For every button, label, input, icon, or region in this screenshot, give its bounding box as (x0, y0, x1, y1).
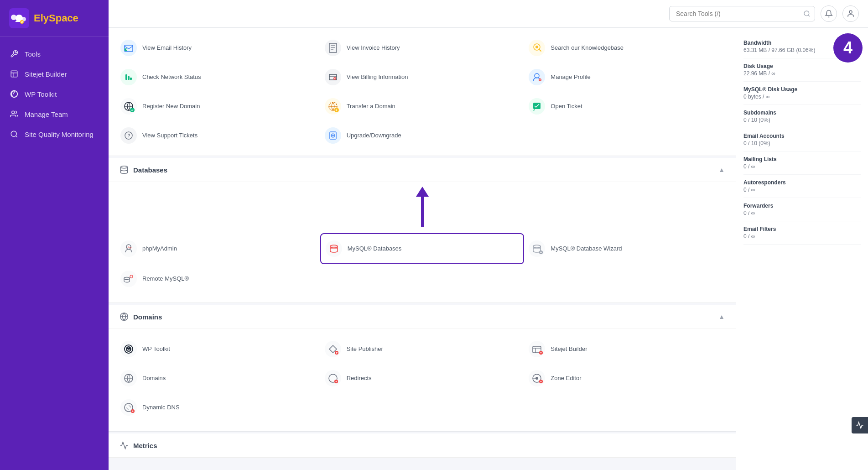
register-domain-icon (120, 97, 138, 115)
sidebar-item-manage-team[interactable]: Manage Team (0, 104, 109, 124)
arrow-shaft (421, 197, 424, 227)
right-panel: 4 Bandwidth 63.31 MB / 97.66 GB (0.06%) … (736, 28, 868, 470)
invoice-history-icon (324, 39, 342, 57)
mysql-wizard-label: MySQL® Database Wizard (551, 245, 622, 253)
svg-point-57 (120, 240, 137, 257)
tool-knowledgebase[interactable]: Search our Knowledgebase (524, 33, 728, 63)
mailing-lists-value: 0 / ∞ (743, 163, 861, 170)
databases-section-header[interactable]: Databases ▲ (109, 158, 736, 182)
tool-network-status[interactable]: Check Network Status (116, 63, 320, 92)
header (109, 0, 868, 28)
register-domain-label: Register New Domain (142, 103, 200, 110)
domains-section: Domains ▲ WP Toolkit (109, 305, 736, 432)
tool-email-history[interactable]: View Email History (116, 33, 320, 63)
mysql-wizard-icon (528, 240, 546, 258)
svg-text:+: + (335, 109, 337, 112)
svg-rect-4 (11, 71, 17, 77)
svg-point-94 (325, 370, 341, 386)
transfer-domain-icon: + (324, 97, 342, 115)
sidebar-item-wp-toolkit[interactable]: WP Toolkit (0, 84, 109, 104)
logo-text: ElySpace (34, 12, 78, 24)
wp-toolkit-d-icon (120, 340, 138, 358)
tool-wp-toolkit-d[interactable]: WP Toolkit (116, 334, 320, 364)
search-input[interactable] (669, 6, 815, 21)
stat-email-filters: Email Filters 0 / ∞ (743, 221, 861, 245)
quality-icon (9, 130, 19, 138)
sidebar-item-sitejet[interactable]: Sitejet Builder (0, 64, 109, 84)
billing-info-icon (324, 68, 342, 86)
domains-chevron: ▲ (718, 313, 725, 320)
billing-info-label: View Billing Information (347, 73, 408, 81)
svg-text:php: php (127, 246, 132, 249)
svg-rect-23 (125, 74, 127, 80)
svg-point-84 (529, 341, 545, 357)
tool-manage-profile[interactable]: Manage Profile (524, 63, 728, 92)
stat-autoresponders: Autoresponders 0 / ∞ (743, 175, 861, 198)
mailing-lists-label: Mailing Lists (743, 156, 861, 162)
invoice-history-label: View Invoice History (347, 44, 400, 52)
tool-remote-mysql[interactable]: Remote MySQL® (116, 264, 320, 293)
logo[interactable]: ⚙ ElySpace (0, 0, 109, 37)
sitejet-d-label: Sitejet Builder (551, 345, 587, 353)
tool-billing-info[interactable]: View Billing Information (320, 63, 525, 92)
tool-dynamic-dns[interactable]: Dynamic DNS (116, 393, 320, 422)
badge-number: 4 (833, 33, 863, 63)
tool-register-domain[interactable]: Register New Domain (116, 92, 320, 121)
subdomains-value: 0 / 10 (0%) (743, 117, 861, 123)
support-tickets-icon: ? (120, 126, 138, 145)
remote-mysql-label: Remote MySQL® (142, 275, 189, 283)
tool-open-ticket[interactable]: Open Ticket (524, 92, 728, 121)
tool-mysql-wizard[interactable]: MySQL® Database Wizard (524, 233, 728, 264)
svg-text:?: ? (128, 133, 130, 138)
user-button[interactable] (842, 5, 859, 22)
tools-icon (9, 50, 19, 58)
zone-editor-label: Zone Editor (551, 375, 581, 382)
databases-icon (120, 165, 129, 174)
notifications-button[interactable] (821, 5, 837, 22)
tool-phpmyadmin[interactable]: php phpMyAdmin (116, 233, 320, 264)
mysql-disk-label: MySQL® Disk Usage (743, 86, 861, 93)
mysql-disk-value: 0 bytes / ∞ (743, 94, 861, 100)
domains-section-header[interactable]: Domains ▲ (109, 305, 736, 329)
tool-site-publisher[interactable]: Site Publisher (320, 334, 525, 364)
stat-forwarders: Forwarders 0 / ∞ (743, 198, 861, 221)
tool-invoice-history[interactable]: View Invoice History (320, 33, 525, 63)
svg-point-7 (11, 131, 16, 136)
analytics-button[interactable] (852, 417, 868, 433)
tool-redirects[interactable]: Redirects (320, 364, 525, 393)
search-wrap (669, 6, 815, 21)
content-area: View Email History View Invoice History (109, 28, 868, 470)
stat-subdomains: Subdomains 0 / 10 (0%) (743, 105, 861, 128)
metrics-section-header[interactable]: Metrics (109, 433, 736, 458)
svg-point-32 (529, 69, 545, 85)
forwarders-value: 0 / ∞ (743, 210, 861, 216)
search-button[interactable] (803, 10, 811, 17)
email-filters-value: 0 / ∞ (743, 233, 861, 240)
sidebar-sitejet-label: Sitejet Builder (25, 70, 67, 78)
sidebar-manageteam-label: Manage Team (25, 110, 68, 118)
metrics-title: Metrics (120, 441, 157, 450)
tool-upgrade[interactable]: Upgrade/Downgrade (320, 121, 525, 150)
tool-support-tickets[interactable]: ? View Support Tickets (116, 121, 320, 150)
tool-sitejet-d[interactable]: Sitejet Builder (524, 334, 728, 364)
quick-tools-grid: View Email History View Invoice History (109, 28, 736, 156)
tool-transfer-domain[interactable]: + Transfer a Domain (320, 92, 525, 121)
tool-mysql-databases[interactable]: MySQL® Databases (320, 233, 525, 264)
arrow-up (416, 187, 429, 227)
svg-point-10 (120, 40, 137, 56)
sidebar-item-tools[interactable]: Tools (0, 44, 109, 63)
wordpress-icon (9, 90, 19, 98)
tool-zone-editor[interactable]: Zone Editor (524, 364, 728, 393)
support-tickets-label: View Support Tickets (142, 132, 198, 140)
svg-point-80 (325, 341, 341, 357)
sidebar-item-site-quality[interactable]: Site Quality Monitoring (0, 125, 109, 144)
logo-icon: ⚙ (9, 8, 29, 28)
quick-tools-section: View Email History View Invoice History (109, 28, 736, 156)
svg-point-20 (535, 46, 538, 48)
globe-section-icon (120, 312, 129, 321)
autoresponders-value: 0 / ∞ (743, 187, 861, 193)
tool-domains[interactable]: Domains (116, 364, 320, 393)
network-status-label: Check Network Status (142, 73, 201, 81)
email-accounts-label: Email Accounts (743, 133, 861, 139)
upgrade-label: Upgrade/Downgrade (347, 132, 401, 140)
